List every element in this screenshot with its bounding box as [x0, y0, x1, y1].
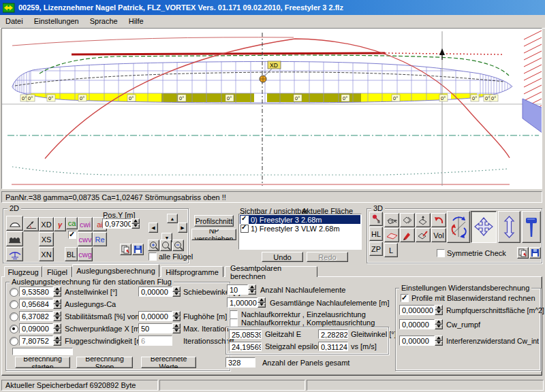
tab-auslegungsberechnung[interactable]: Auslegungsberechnung — [72, 264, 159, 277]
cw-rumpf-field[interactable]: 0,00000 — [399, 319, 435, 329]
xd-button[interactable]: XD — [39, 217, 54, 231]
menu-hilfe[interactable]: Hilfe — [123, 16, 149, 27]
stabilitaetsmass-field[interactable]: 6,37082 — [19, 311, 53, 321]
surface-visibility-list[interactable]: 0) Freestyler 3 2.68m 1) Freestyler 3 VL… — [238, 214, 362, 250]
flughoehe-field[interactable]: 0,00000 — [138, 311, 172, 321]
stabilitaetsmass-radio[interactable] — [10, 312, 18, 321]
cwi-button[interactable]: cwi — [78, 217, 93, 231]
menu-einstellungen[interactable]: Einstellungen — [29, 16, 84, 27]
zoom-in-button[interactable] — [148, 240, 159, 251]
nachlaufkorrektur-einzel-checkbox[interactable] — [230, 310, 238, 318]
panel-edit-button[interactable] — [416, 228, 431, 242]
angle-tool-button[interactable] — [23, 217, 39, 231]
alle-fluegel-checkbox[interactable] — [149, 252, 157, 261]
nachlaufkorrektur-komplett-checkbox[interactable] — [230, 318, 238, 327]
schwerpunktlage-field[interactable]: 0,09000 — [19, 323, 53, 333]
panel-move-button[interactable] — [416, 213, 431, 227]
ca-button[interactable]: ca — [66, 217, 78, 229]
xd-marker[interactable]: XD — [260, 61, 281, 82]
schiebewinkel-field[interactable]: 0,00000 — [138, 287, 172, 297]
gamma-button[interactable]: γ — [54, 217, 66, 231]
zoom-out-button[interactable] — [172, 240, 184, 251]
tab-fluegel[interactable]: Flügel — [42, 266, 72, 277]
rumpfquerschnitt-spinner[interactable] — [435, 305, 443, 315]
re-button[interactable]: Re — [93, 232, 107, 246]
pen-button[interactable] — [400, 228, 415, 242]
fluggeschwindigkeit-field[interactable]: 7,80752 — [19, 336, 53, 346]
move-view-button[interactable] — [471, 211, 497, 243]
zp-button[interactable]: ZP — [369, 242, 383, 256]
title-bar[interactable]: 00259, Lizenznehmer Nagel Patrick, FLZ_V… — [0, 0, 545, 15]
blasenwiderstand-checkbox[interactable] — [401, 294, 409, 302]
schwerpunktlage-spinner[interactable] — [53, 323, 61, 333]
panel-chevron-button[interactable] — [400, 213, 415, 227]
anstellwinkel-radio[interactable] — [10, 288, 18, 297]
flughoehe-spinner[interactable] — [172, 311, 181, 321]
copy-3d-button[interactable] — [517, 247, 529, 259]
cw-rumpf-spinner[interactable] — [435, 319, 443, 329]
tab-flugzeug[interactable]: Flugzeug — [4, 266, 42, 277]
surface-1-visible-checkbox[interactable] — [240, 225, 249, 233]
auslegungs-ca-spinner[interactable] — [53, 299, 61, 309]
copy-view-button[interactable] — [120, 244, 131, 255]
berechnung-stopp-button[interactable]: Berechnung Stopp — [76, 357, 133, 368]
berechnete-werte-button[interactable]: Berechnete Werte — [141, 357, 196, 368]
hl-button[interactable]: HL — [369, 227, 383, 241]
cw-int-spinner[interactable] — [435, 336, 443, 346]
max-iteration-spinner[interactable] — [172, 323, 181, 333]
save-view-button[interactable] — [132, 244, 144, 255]
list-item-surface-0[interactable]: 0) Freestyler 3 2.68m — [240, 215, 360, 224]
auslegungs-ca-field[interactable]: 0,95684 — [19, 299, 53, 309]
posy-spinner[interactable] — [131, 218, 140, 229]
stabilitaetsmass-spinner[interactable] — [53, 311, 61, 321]
redo-button[interactable]: Redo — [307, 252, 348, 262]
bl-button[interactable]: BL — [65, 247, 78, 261]
alpha-angle-button[interactable] — [384, 213, 399, 227]
cw-int-field[interactable]: 0,00000 — [399, 336, 435, 346]
paint-button[interactable] — [369, 212, 383, 226]
fluggeschwindigkeit-radio[interactable] — [10, 337, 18, 346]
panel-flat-button[interactable] — [384, 228, 399, 242]
cwg-button[interactable]: cwg — [78, 247, 93, 261]
front-view-button[interactable] — [6, 247, 23, 261]
menu-sprache[interactable]: Sprache — [84, 16, 123, 27]
menu-datei[interactable]: Datei — [0, 16, 29, 27]
anstellwinkel-field[interactable]: 9,53580 — [19, 287, 53, 297]
vol-button[interactable]: Vol — [431, 228, 446, 242]
schwerpunktlage-radio[interactable] — [10, 325, 18, 333]
undo-button[interactable]: Undo — [262, 252, 303, 262]
tab-gesamtpolaren[interactable]: Gesamtpolaren berechnen — [225, 266, 317, 277]
wing-canvas[interactable]: 0° 0° 0° 0° 0° 0° 0° 0° 0° 0° 0° 0° 0° 0… — [2, 29, 542, 189]
list-item-surface-1[interactable]: 1) Freestyler 3 VLW 2.68m — [240, 224, 360, 233]
fuselage-view-button[interactable] — [6, 231, 23, 246]
xn-button[interactable]: XN — [39, 247, 54, 261]
profilschnitt-button[interactable]: Profilschnitt — [194, 215, 234, 227]
save-3d-button[interactable] — [529, 247, 541, 259]
nachlaufelemente-field[interactable]: 10 — [227, 284, 248, 295]
rumpfquerschnitt-field[interactable]: 0,000000 — [399, 305, 435, 315]
xs-button[interactable]: XS — [39, 232, 54, 246]
zoom-view-button[interactable] — [498, 211, 520, 243]
posy-field[interactable]: 0,97300 — [102, 218, 131, 229]
pan-right-button[interactable]: ▶ — [178, 223, 187, 233]
symmetrie-check-checkbox[interactable] — [437, 249, 445, 257]
canopy-view-button[interactable] — [6, 216, 23, 231]
rotate-view-button[interactable] — [447, 211, 470, 243]
auslegungs-ca-radio[interactable] — [10, 300, 18, 309]
anstellwinkel-spinner[interactable] — [53, 287, 61, 297]
gesamtlaenge-field[interactable]: 1,00000 — [227, 297, 258, 308]
cwv-button[interactable]: cwv — [78, 232, 93, 246]
l-button[interactable]: L — [384, 243, 398, 257]
max-iteration-field[interactable]: 50 — [138, 323, 172, 333]
pan-left-button[interactable]: ◀ — [149, 223, 158, 233]
tab-hilfsprogramme[interactable]: Hilfsprogramme — [161, 266, 223, 277]
nachlaufelemente-spinner[interactable] — [248, 284, 256, 295]
tools-button[interactable] — [522, 211, 541, 243]
zoom-reset-button[interactable] — [160, 240, 172, 251]
gesamtlaenge-spinner[interactable] — [258, 297, 266, 308]
np-verschieben-button[interactable]: NP verschieben — [191, 229, 236, 240]
fluggeschwindigkeit-spinner[interactable] — [53, 336, 61, 346]
pan-up-button[interactable]: ▲ — [167, 214, 178, 223]
ca-checkbox[interactable] — [68, 231, 76, 239]
berechnung-starten-button[interactable]: Berechnung starten — [15, 357, 70, 368]
